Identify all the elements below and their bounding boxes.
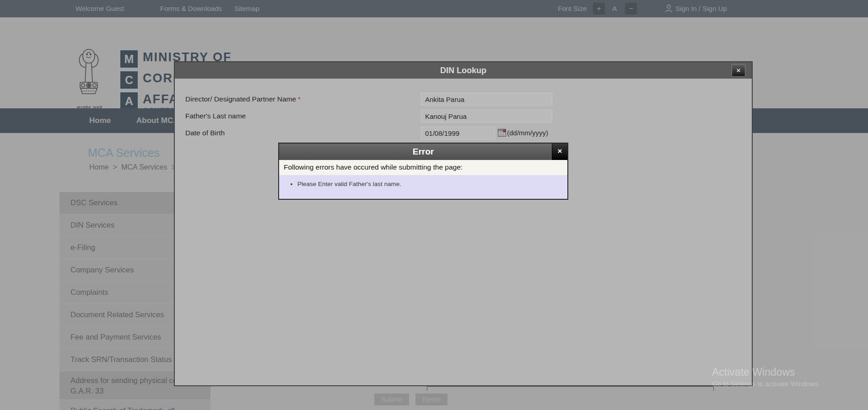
error-overlay [0,0,868,410]
mca-page: Welcome Guest Forms & Downloads Sitemap … [0,0,868,410]
activate-windows-watermark: Activate Windows [712,366,795,378]
error-dialog: Error × Following errors have occured wh… [278,143,568,200]
error-intro-text: Following errors have occured while subm… [279,160,567,175]
activate-windows-subtext: Go to Settings to activate Windows. [712,380,820,388]
error-dialog-header: Error × [279,144,567,160]
error-dialog-title: Error [279,144,567,160]
close-icon[interactable]: × [552,144,567,160]
error-list-panel: Please Enter valid Father's last name. [279,175,567,199]
error-message: Please Enter valid Father's last name. [297,181,567,187]
